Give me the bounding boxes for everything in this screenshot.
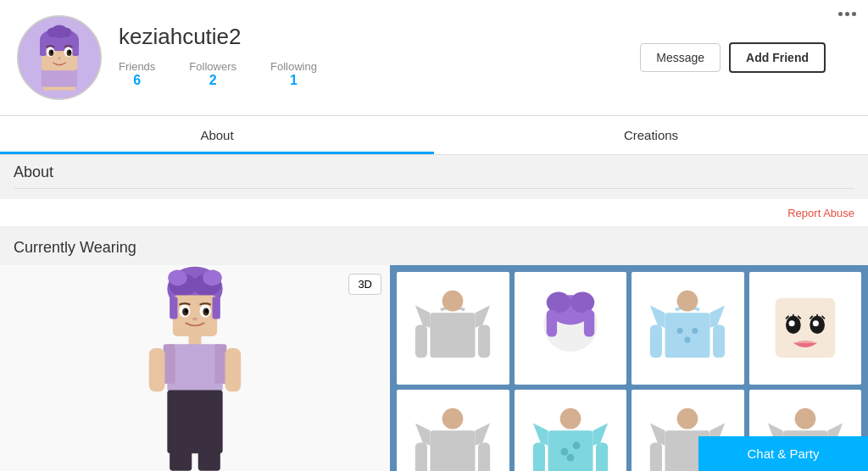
profile-actions: Message Add Friend: [640, 42, 826, 73]
svg-point-83: [677, 408, 698, 429]
dot-icon: [852, 12, 856, 16]
tab-about[interactable]: About: [0, 116, 434, 154]
svg-rect-57: [650, 325, 662, 358]
svg-point-59: [677, 328, 683, 334]
chat-party-bar: Chat & Party: [698, 436, 868, 471]
svg-point-56: [677, 291, 698, 312]
svg-rect-69: [415, 442, 427, 471]
svg-point-61: [685, 337, 691, 343]
chat-party-button[interactable]: Chat & Party: [698, 436, 868, 471]
friends-value[interactable]: 6: [133, 73, 141, 88]
svg-marker-71: [415, 423, 431, 446]
svg-point-31: [192, 318, 198, 321]
svg-point-44: [442, 291, 464, 312]
character-preview: 3D: [0, 265, 390, 471]
report-abuse-row: Report Abuse: [0, 199, 868, 227]
dot-icon: [845, 12, 849, 16]
report-abuse-link[interactable]: Report Abuse: [787, 207, 854, 219]
svg-rect-52: [584, 310, 594, 337]
following-label: Following: [270, 60, 317, 73]
item-cell[interactable]: [397, 390, 509, 472]
svg-rect-58: [713, 325, 725, 358]
svg-rect-70: [478, 442, 490, 471]
svg-rect-73: [548, 430, 593, 471]
profile-info: keziahcutie2 Friends 6 Followers 2 Follo…: [119, 24, 640, 91]
avatar: [17, 15, 102, 100]
svg-rect-40: [198, 400, 220, 471]
svg-marker-78: [593, 423, 608, 446]
svg-point-79: [560, 447, 568, 455]
item-cell[interactable]: [515, 272, 627, 385]
svg-rect-24: [213, 296, 220, 319]
about-divider: [14, 188, 854, 189]
item-cell[interactable]: [397, 272, 509, 385]
svg-marker-72: [476, 423, 491, 446]
svg-rect-75: [533, 442, 545, 471]
svg-rect-51: [546, 310, 556, 337]
username: keziahcutie2: [119, 24, 640, 50]
following-stat: Following 1: [270, 60, 317, 88]
currently-wearing-section: Currently Wearing: [0, 227, 868, 471]
svg-rect-41: [431, 313, 476, 358]
svg-rect-32: [189, 335, 202, 346]
svg-point-80: [572, 441, 580, 449]
svg-marker-43: [476, 306, 491, 329]
svg-rect-35: [214, 344, 226, 384]
svg-point-74: [559, 408, 581, 429]
svg-point-60: [693, 328, 698, 334]
svg-rect-23: [170, 296, 177, 319]
svg-rect-46: [478, 325, 490, 358]
svg-rect-37: [225, 348, 241, 391]
svg-marker-42: [415, 306, 431, 329]
svg-point-66: [813, 320, 819, 326]
more-options-button[interactable]: [838, 12, 856, 16]
item-cell[interactable]: [632, 272, 744, 385]
svg-point-30: [205, 309, 209, 313]
friends-label: Friends: [119, 60, 155, 73]
svg-marker-77: [533, 423, 548, 446]
dot-icon: [838, 12, 843, 16]
svg-rect-84: [650, 442, 662, 471]
svg-rect-53: [665, 313, 710, 358]
add-friend-button[interactable]: Add Friend: [729, 42, 826, 73]
svg-rect-62: [775, 298, 835, 358]
svg-rect-67: [431, 430, 476, 471]
btn-3d[interactable]: 3D: [348, 274, 381, 295]
message-button[interactable]: Message: [640, 43, 721, 72]
tab-creations[interactable]: Creations: [434, 116, 868, 154]
svg-point-68: [442, 408, 464, 429]
svg-marker-54: [650, 306, 665, 329]
profile-header: keziahcutie2 Friends 6 Followers 2 Follo…: [0, 0, 868, 116]
svg-point-16: [58, 58, 61, 60]
item-cell[interactable]: [515, 390, 627, 472]
svg-point-50: [570, 292, 594, 313]
svg-rect-22: [173, 295, 217, 336]
svg-point-49: [546, 292, 570, 313]
svg-rect-45: [415, 325, 427, 358]
svg-point-15: [69, 50, 71, 53]
item-cell[interactable]: [749, 272, 862, 385]
svg-point-65: [788, 320, 794, 326]
section-title: Currently Wearing: [0, 239, 868, 265]
svg-marker-55: [710, 306, 726, 329]
svg-rect-36: [149, 348, 165, 391]
about-section: About: [0, 155, 868, 199]
svg-marker-86: [650, 423, 665, 446]
following-value[interactable]: 1: [290, 73, 298, 88]
svg-point-20: [168, 270, 186, 286]
svg-point-81: [566, 453, 574, 461]
followers-value[interactable]: 2: [209, 73, 217, 88]
svg-point-21: [203, 270, 221, 286]
svg-point-29: [185, 309, 188, 313]
svg-rect-76: [596, 442, 608, 471]
tabs-bar: About Creations: [0, 116, 868, 155]
svg-rect-34: [164, 344, 175, 384]
stats-row: Friends 6 Followers 2 Following 1: [119, 60, 640, 88]
svg-point-14: [51, 50, 53, 53]
svg-rect-39: [170, 400, 192, 471]
about-title: About: [14, 163, 854, 181]
svg-point-9: [60, 27, 71, 37]
followers-stat: Followers 2: [189, 60, 236, 88]
followers-label: Followers: [189, 60, 236, 73]
svg-point-8: [47, 27, 58, 37]
